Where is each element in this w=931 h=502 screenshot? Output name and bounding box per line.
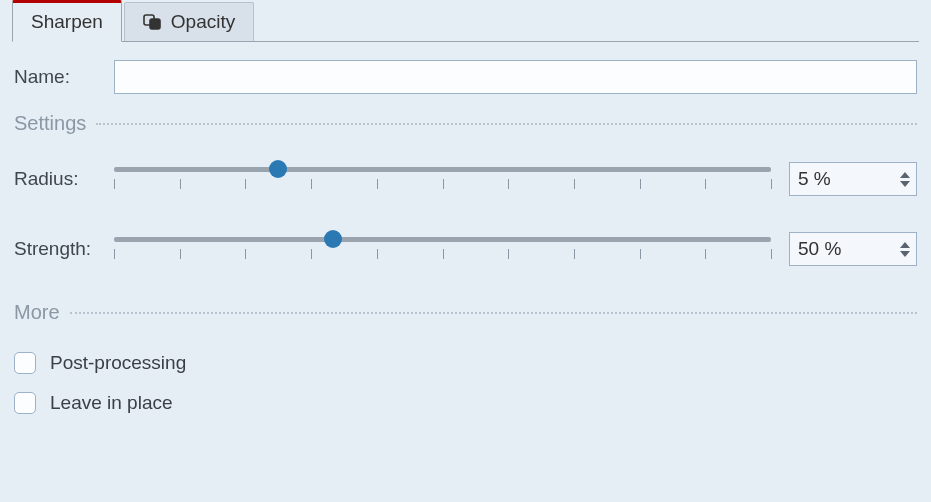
leave-in-place-check[interactable]: Leave in place [14, 392, 917, 414]
arrow-up-icon[interactable] [900, 242, 910, 248]
sharpen-panel: Sharpen Opacity Name: Settings Radius: [0, 0, 931, 502]
radius-track [114, 167, 771, 172]
tab-sharpen-label: Sharpen [31, 11, 103, 33]
name-input[interactable] [114, 60, 917, 94]
tab-opacity[interactable]: Opacity [124, 2, 254, 41]
strength-slider[interactable] [114, 231, 771, 267]
panel-body: Name: Settings Radius: 5 % [0, 42, 931, 414]
radius-row: Radius: 5 % [14, 161, 917, 197]
tab-sharpen[interactable]: Sharpen [12, 0, 122, 42]
section-more-title: More [14, 301, 60, 324]
radius-ticks [114, 177, 771, 191]
arrow-down-icon[interactable] [900, 181, 910, 187]
section-more-divider [70, 312, 917, 314]
radius-label: Radius: [14, 168, 114, 190]
radius-stepper[interactable] [894, 163, 916, 195]
radius-thumb[interactable] [269, 160, 287, 178]
strength-value: 50 % [790, 233, 894, 265]
strength-spinner[interactable]: 50 % [789, 232, 917, 266]
strength-row: Strength: 50 % [14, 231, 917, 267]
strength-track [114, 237, 771, 242]
tab-opacity-label: Opacity [171, 11, 235, 33]
section-more: More [14, 301, 917, 324]
post-processing-check[interactable]: Post-processing [14, 352, 917, 374]
strength-thumb[interactable] [324, 230, 342, 248]
leave-in-place-label: Leave in place [50, 392, 173, 414]
arrow-down-icon[interactable] [900, 251, 910, 257]
radius-spinner[interactable]: 5 % [789, 162, 917, 196]
svg-rect-1 [150, 19, 160, 29]
arrow-up-icon[interactable] [900, 172, 910, 178]
section-settings-divider [96, 123, 917, 125]
section-settings-title: Settings [14, 112, 86, 135]
strength-ticks [114, 247, 771, 261]
strength-stepper[interactable] [894, 233, 916, 265]
name-label: Name: [14, 66, 114, 88]
name-row: Name: [14, 60, 917, 94]
radius-value: 5 % [790, 163, 894, 195]
tab-bar: Sharpen Opacity [12, 0, 919, 42]
radius-slider[interactable] [114, 161, 771, 197]
checkbox-icon[interactable] [14, 352, 36, 374]
section-settings: Settings [14, 112, 917, 135]
strength-label: Strength: [14, 238, 114, 260]
mask-icon [143, 13, 165, 31]
checkbox-icon[interactable] [14, 392, 36, 414]
post-processing-label: Post-processing [50, 352, 186, 374]
